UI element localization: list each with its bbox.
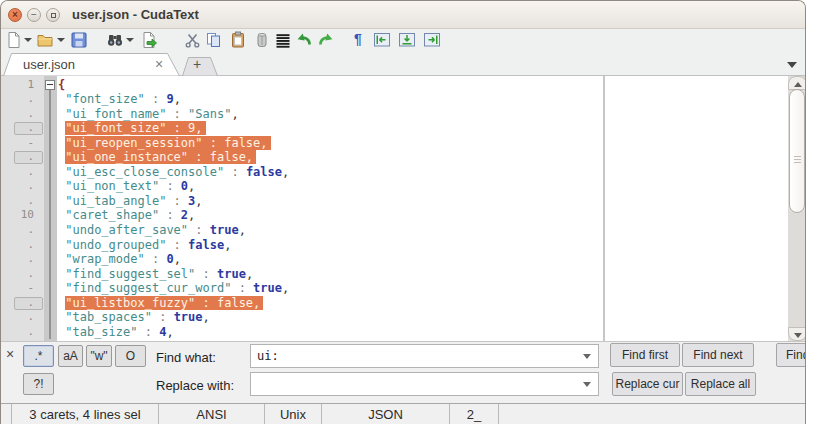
regex-toggle[interactable]: .* — [23, 345, 54, 367]
gutter-line-number: 1 — [1, 78, 34, 93]
code-line[interactable]: "caret_shape" : 2, — [58, 208, 195, 223]
find-dialog-button[interactable] — [106, 31, 124, 49]
code-line[interactable]: "ui_font_size" : 9, — [58, 121, 206, 136]
code-line[interactable]: "undo_after_save" : true, — [58, 223, 246, 238]
replace-input-arrow-icon[interactable] — [583, 382, 591, 387]
marker-drop-button[interactable] — [398, 31, 416, 49]
close-button[interactable]: × — [8, 8, 22, 22]
status-line-ends[interactable]: Unix — [264, 404, 321, 424]
replace-cur-button[interactable]: Replace cur — [612, 372, 683, 396]
find-close-icon[interactable]: × — [6, 346, 14, 362]
maximize-icon — [51, 13, 56, 18]
code-line[interactable]: "ui_esc_close_console" : false, — [58, 165, 289, 180]
find-menu-arrow[interactable] — [126, 38, 134, 42]
find-panel: × .* aA "w" O Find what: ui: ?! Replace … — [1, 341, 805, 403]
gutter-line-number: - — [1, 281, 34, 296]
code-line[interactable]: "wrap_mode" : 0, — [58, 252, 181, 267]
tab-close-icon[interactable]: × — [152, 56, 166, 72]
find-input[interactable]: ui: — [250, 344, 599, 368]
code-line[interactable]: "ui_font_name" : "Sans", — [58, 107, 239, 122]
code-line[interactable]: { — [58, 78, 65, 93]
gutter-line-number: . — [1, 92, 34, 107]
gutter-line-number: . — [1, 310, 34, 325]
gutter: 1...-....10....-... — [1, 76, 44, 341]
code-line[interactable]: "tab_size" : 4, — [58, 325, 174, 340]
code-line[interactable]: "find_suggest_cur_word" : true, — [58, 281, 289, 296]
delete-button[interactable] — [253, 31, 271, 49]
replace-input[interactable] — [250, 372, 599, 396]
statusbar: 3 carets, 4 lines selANSIUnixJSON2_ — [1, 403, 805, 424]
titlebar[interactable]: × − user.json - CudaText — [1, 1, 805, 29]
redo-button[interactable] — [317, 31, 335, 49]
show-unprinted-button[interactable]: ¶ — [349, 31, 367, 47]
code-line[interactable]: "ui_listbox_fuzzy" : false, — [58, 296, 263, 311]
window-title: user.json - CudaText — [72, 7, 199, 22]
find-input-value: ui: — [257, 349, 279, 363]
editor[interactable]: 1...-....10....-... { "font_size" : 9, "… — [1, 76, 805, 341]
status-message[interactable] — [498, 404, 806, 424]
replace-all-button[interactable]: Replace all — [685, 372, 756, 396]
find-first-button[interactable]: Find first — [610, 343, 680, 367]
maximize-button[interactable] — [46, 8, 60, 22]
gutter-line-number: . — [1, 194, 34, 209]
editor-vscrollbar[interactable] — [788, 76, 806, 341]
new-file-button[interactable] — [5, 31, 23, 49]
gutter-line-number: . — [1, 107, 34, 122]
case-toggle[interactable]: aA — [58, 345, 83, 367]
code-line[interactable]: "ui_tab_angle" : 3, — [58, 194, 203, 209]
code-line[interactable]: "ui_non_text" : 0, — [58, 179, 195, 194]
code-line[interactable]: "find_suggest_sel" : true, — [58, 267, 253, 282]
copy-button[interactable] — [205, 31, 223, 49]
toolbar: ¶ — [1, 29, 805, 53]
minimize-button[interactable]: − — [27, 8, 41, 22]
gutter-line-number: . — [1, 252, 34, 267]
undo-button[interactable] — [295, 31, 313, 49]
tabbar: user.json × + — [1, 53, 805, 76]
paste-button[interactable] — [229, 31, 247, 49]
code-line[interactable]: "ui_reopen_session" : false, — [58, 136, 271, 151]
gutter-line-number: . — [1, 179, 34, 194]
editor-splitter[interactable] — [603, 76, 605, 341]
scroll-down-button[interactable] — [788, 327, 806, 341]
code-line[interactable]: "undo_grouped" : false, — [58, 238, 231, 253]
code-line[interactable]: "tab_spaces" : true, — [58, 310, 210, 325]
status-caret-info[interactable]: 3 carets, 4 lines sel — [11, 404, 158, 424]
preserve-case-toggle[interactable]: O — [115, 345, 146, 367]
gutter-line-number: 10 — [1, 208, 34, 223]
tab-label[interactable]: user.json — [23, 57, 75, 72]
marker-right-button[interactable] — [423, 31, 441, 49]
word-toggle[interactable]: "w" — [86, 345, 112, 367]
open-file-button[interactable] — [36, 31, 54, 49]
tab-plus-label[interactable]: + — [193, 56, 201, 72]
code-line[interactable]: "ui_one_instance" : false, — [58, 150, 256, 165]
app-window: × − user.json - CudaText — [0, 0, 806, 424]
save-file-button[interactable] — [70, 31, 88, 49]
reload-file-button[interactable] — [141, 31, 159, 49]
gutter-line-number: . — [1, 238, 34, 253]
open-file-menu-arrow[interactable] — [57, 38, 65, 42]
tab-list-arrow-icon[interactable] — [787, 62, 797, 68]
find-input-arrow-icon[interactable] — [583, 354, 591, 359]
code-line[interactable]: "font_size" : 9, — [58, 92, 181, 107]
status-lexer[interactable]: JSON — [321, 404, 449, 424]
select-all-button[interactable] — [274, 31, 292, 49]
find-prev-button[interactable]: Find prev — [776, 343, 806, 367]
gutter-line-number: . — [1, 121, 34, 136]
confirm-toggle[interactable]: ?! — [23, 373, 54, 395]
fold-minus-icon[interactable] — [45, 80, 55, 90]
new-file-menu-arrow[interactable] — [24, 38, 32, 42]
cut-button[interactable] — [184, 31, 202, 49]
scrollbar-thumb[interactable] — [789, 89, 805, 213]
find-next-button[interactable]: Find next — [682, 343, 754, 367]
find-what-label: Find what: — [156, 350, 216, 365]
scroll-up-button[interactable] — [788, 76, 806, 90]
gutter-line-number: . — [1, 150, 34, 165]
status-encoding[interactable]: ANSI — [158, 404, 264, 424]
status-tabsize[interactable]: 2_ — [449, 404, 498, 424]
gutter-line-number: . — [1, 223, 34, 238]
fold-line — [49, 90, 51, 339]
gutter-line-number: . — [1, 165, 34, 180]
scroll-down-icon — [794, 333, 802, 338]
replace-with-label: Replace with: — [156, 378, 234, 393]
marker-left-button[interactable] — [373, 31, 391, 49]
